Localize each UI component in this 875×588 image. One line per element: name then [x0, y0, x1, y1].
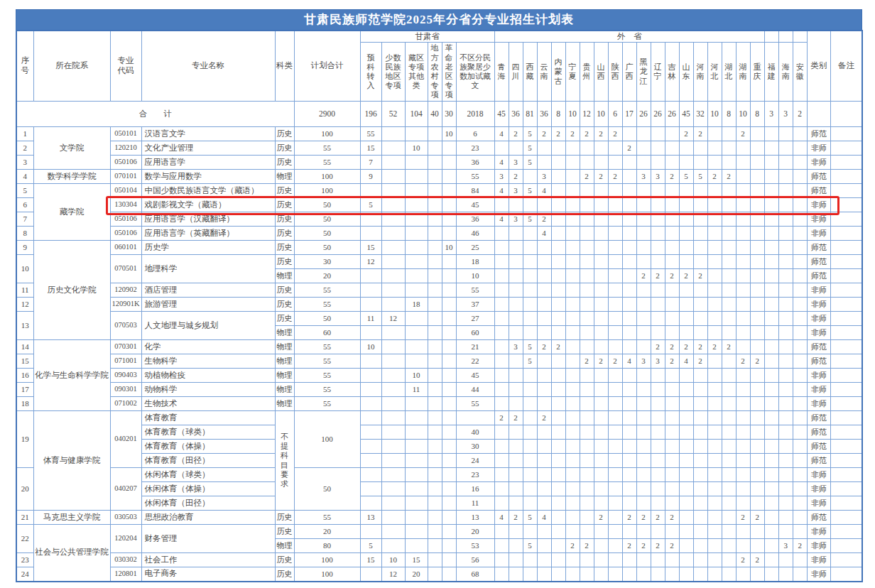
cell-province [736, 326, 750, 340]
cell-gansu [428, 141, 442, 156]
cell-province: 2 [537, 212, 551, 227]
cell-note [830, 255, 862, 269]
cell-province: 5 [523, 340, 537, 354]
cell-province [736, 496, 750, 511]
cell-province [693, 496, 707, 511]
cell-province [736, 440, 750, 454]
cell-province: 4 [537, 184, 551, 198]
cell-province: 2 [537, 411, 551, 425]
cell-province [523, 298, 537, 312]
table-row: 9历史文化学院060101历史学历史50151025师范 [16, 241, 862, 255]
cell-gansu [360, 425, 381, 440]
table-row: 17090301动物科学物理551144非师 [16, 383, 862, 397]
cell-province [693, 511, 707, 525]
cell-province [636, 440, 651, 454]
cell-province [679, 539, 693, 553]
cell-note [830, 482, 862, 496]
cell-province: 4 [622, 354, 636, 369]
cell-province [778, 141, 793, 156]
cell-name: 人文地理与城乡规划 [141, 312, 275, 340]
cell-province [636, 227, 651, 241]
cell-province [778, 170, 793, 184]
cell-gansu: 20 [456, 525, 494, 539]
cell-province [707, 482, 722, 496]
cell-province [622, 454, 636, 468]
cell-province [580, 340, 594, 354]
cell-province [665, 298, 679, 312]
cell-province: 3 [494, 170, 509, 184]
cell-province [509, 397, 523, 411]
total-province-cell: 10 [565, 102, 580, 127]
cell-gansu: 45 [456, 198, 494, 212]
cell-province [580, 454, 594, 468]
cell-gansu: 6 [456, 127, 494, 141]
cell-province [707, 283, 722, 298]
cell-province [793, 283, 807, 298]
total-gansu-cell: 40 [428, 102, 442, 127]
cell-province [793, 326, 807, 340]
total-label: 合 计 [16, 102, 294, 127]
cell-province: 5 [523, 156, 537, 170]
cell-province [494, 383, 509, 397]
cell-category: 师范 [807, 241, 830, 255]
cell-province [722, 425, 736, 440]
table-body: 合 计2900196521044030201845368136810121061… [16, 102, 862, 582]
cell-province [509, 496, 523, 511]
cell-gansu: 40 [456, 425, 494, 440]
cell-gansu [405, 241, 428, 255]
cell-province [778, 340, 793, 354]
cell-province [722, 354, 736, 369]
cell-category: 非师 [807, 525, 830, 539]
cell-province [523, 283, 537, 298]
cell-name: 财务管理 [141, 525, 275, 553]
cell-province [580, 411, 594, 425]
cell-gansu: 84 [456, 184, 494, 198]
cell-province [494, 283, 509, 298]
cell-province [679, 468, 693, 482]
cell-province [608, 312, 622, 326]
cell-name: 汉语言文学 [141, 127, 275, 141]
total-gansu-cell: 52 [381, 102, 405, 127]
cell-province [693, 525, 707, 539]
cell-gansu: 5 [360, 198, 381, 212]
cell-province [693, 454, 707, 468]
cell-province [622, 212, 636, 227]
cell-province [778, 255, 793, 269]
cell-province [764, 369, 778, 383]
cell-province [580, 369, 594, 383]
cell-subject: 历史 [275, 525, 294, 539]
cell-province [665, 369, 679, 383]
cell-note [830, 283, 862, 298]
cell-category: 非师 [807, 156, 830, 170]
cell-province [551, 354, 565, 369]
cell-province [693, 383, 707, 397]
table-row: 21马克思主义学院030503思想政治教育历史55131342542222222… [16, 511, 862, 525]
cell-province [551, 567, 565, 582]
cell-province [665, 425, 679, 440]
cell-province [793, 340, 807, 354]
cell-province [565, 198, 580, 212]
cell-province [622, 369, 636, 383]
cell-province [665, 127, 679, 141]
cell-province [594, 567, 608, 582]
cell-province [523, 567, 537, 582]
cell-province: 2 [736, 127, 750, 141]
province-col-header: 陕西 [608, 43, 622, 102]
table-row: 14化学与生命科学学院070301化学物理5510213522222222师范 [16, 340, 862, 354]
cell-province [707, 326, 722, 340]
cell-province [523, 198, 537, 212]
cell-province [580, 511, 594, 525]
cell-province [665, 567, 679, 582]
cell-province [636, 298, 651, 312]
cell-province [636, 525, 651, 539]
cell-province [665, 156, 679, 170]
cell-note [830, 539, 862, 553]
cell-seq: 5 [16, 184, 33, 198]
cell-college: 体育与健康学院 [33, 411, 110, 511]
cell-category: 师范 [807, 255, 830, 269]
cell-province [537, 141, 551, 156]
cell-gansu: 11 [360, 312, 381, 326]
cell-gansu [405, 511, 428, 525]
cell-province [793, 567, 807, 582]
cell-gansu: 15 [405, 553, 428, 567]
